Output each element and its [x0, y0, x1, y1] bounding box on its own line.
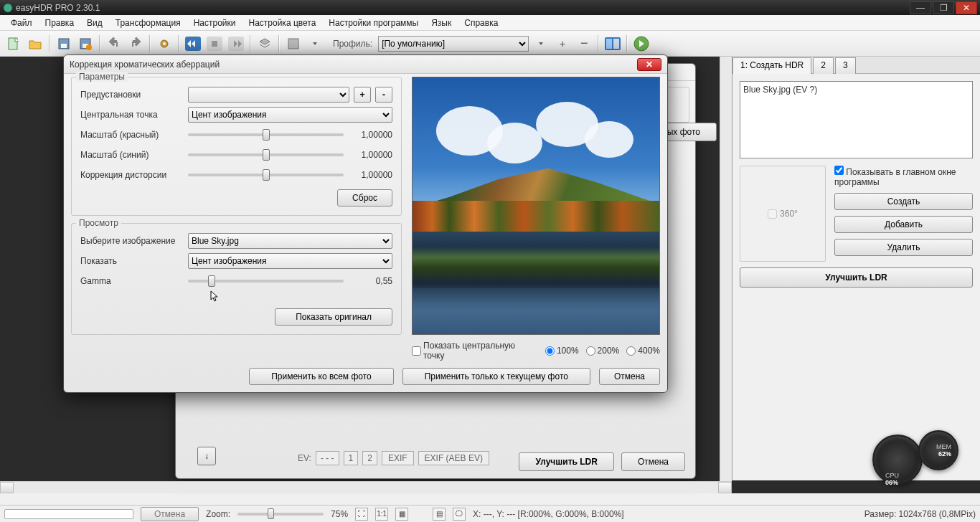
- deg360-box: 360°: [740, 166, 826, 262]
- menu-settings[interactable]: Настройки: [187, 16, 242, 30]
- maximize-button[interactable]: ❐: [933, 1, 954, 14]
- tab-create-hdr[interactable]: 1: Создать HDR: [732, 57, 811, 74]
- preset-remove-button[interactable]: -: [375, 87, 392, 103]
- show-select[interactable]: Цент изображения: [188, 253, 392, 269]
- apply-current-button[interactable]: Применить только к текущему фото: [402, 368, 590, 385]
- toolbar: Профиль: [По умолчанию] + −: [0, 31, 980, 57]
- exif-aeb-button[interactable]: EXIF (AEB EV): [418, 451, 489, 465]
- gamma-slider[interactable]: [188, 280, 344, 283]
- performance-gauge: MEM 62% CPU 06%: [872, 430, 958, 486]
- delete-button[interactable]: Удалить: [834, 239, 973, 256]
- tab-3[interactable]: 3: [835, 57, 856, 74]
- zoom-label: Zoom:: [206, 509, 230, 519]
- menu-language[interactable]: Язык: [425, 16, 458, 30]
- menu-view[interactable]: Вид: [80, 16, 109, 30]
- gear-icon[interactable]: [155, 34, 174, 53]
- menu-edit[interactable]: Правка: [39, 16, 81, 30]
- status-cancel-button[interactable]: Отмена: [141, 507, 199, 521]
- redo-icon[interactable]: [126, 34, 145, 53]
- add-small-icon[interactable]: +: [553, 34, 572, 53]
- bg-improve-button[interactable]: Улучшить LDR: [519, 452, 613, 471]
- show-center-checkbox-label[interactable]: Показать центральную точку: [412, 341, 538, 361]
- progress-bar: [4, 509, 133, 519]
- cursor-icon: [209, 290, 220, 303]
- file-list[interactable]: Blue Sky.jpg (EV ?): [740, 81, 973, 158]
- center-select[interactable]: Цент изображения: [188, 107, 392, 123]
- dialog-title: Коррекция хроматических аберраций: [70, 60, 637, 70]
- menu-help[interactable]: Справка: [458, 16, 504, 30]
- dialog-close-button[interactable]: ✕: [637, 58, 661, 71]
- presets-select[interactable]: [188, 87, 349, 103]
- list-item[interactable]: Blue Sky.jpg (EV ?): [743, 85, 969, 95]
- app-title: easyHDR PRO 2.30.1: [13, 3, 908, 13]
- app-icon: [3, 3, 13, 13]
- go-icon[interactable]: [632, 34, 651, 53]
- apply-all-button[interactable]: Применить ко всем фото: [249, 368, 394, 385]
- save-icon[interactable]: [55, 34, 73, 53]
- svg-rect-13: [288, 39, 298, 49]
- save2-icon[interactable]: [284, 34, 303, 53]
- exif-button[interactable]: EXIF: [382, 451, 414, 465]
- image-select[interactable]: Blue Sky.jpg: [188, 233, 392, 249]
- zoom-slider[interactable]: [237, 513, 324, 516]
- distortion-slider[interactable]: [188, 174, 344, 176]
- dropdown-small-icon[interactable]: [306, 34, 324, 53]
- profile-dropdown-icon[interactable]: [532, 34, 550, 53]
- scale-blue-slider[interactable]: [188, 153, 344, 156]
- create-button[interactable]: Создать: [834, 193, 973, 210]
- show-main-checkbox-label[interactable]: Показывать в главном окне программы: [834, 166, 973, 187]
- menu-color[interactable]: Настройка цвета: [242, 16, 322, 30]
- reset-button[interactable]: Сброс: [337, 189, 392, 207]
- layers-icon[interactable]: [255, 34, 274, 53]
- undo-icon[interactable]: [105, 34, 123, 53]
- scale-red-slider[interactable]: [188, 133, 344, 136]
- remove-small-icon[interactable]: −: [575, 34, 593, 53]
- deg360-checkbox[interactable]: [768, 209, 777, 219]
- svg-point-0: [4, 4, 12, 12]
- svg-rect-15: [606, 39, 612, 49]
- actual-icon[interactable]: 1:1: [375, 508, 388, 521]
- vertical-scrollbar[interactable]: [720, 57, 732, 481]
- panel-icon[interactable]: [603, 34, 622, 53]
- show-main-checkbox[interactable]: [834, 166, 844, 175]
- preview-group: Просмотр Выберите изображение Blue Sky.j…: [71, 223, 402, 335]
- add-button[interactable]: Добавить: [834, 216, 973, 233]
- parameters-group: Параметры Предустановки + - Центральная …: [71, 77, 402, 216]
- next-icon[interactable]: [227, 34, 245, 53]
- save-as-icon[interactable]: [76, 34, 95, 53]
- preset-add-button[interactable]: +: [354, 87, 371, 103]
- profile-select[interactable]: [По умолчанию]: [378, 36, 529, 52]
- fit-icon[interactable]: ⛶: [355, 508, 368, 521]
- close-window-button[interactable]: ✕: [956, 1, 977, 14]
- svg-point-8: [163, 42, 166, 45]
- profile-label: Профиль:: [333, 39, 372, 49]
- arrow-down-icon[interactable]: ↓: [197, 447, 216, 465]
- coords-readout: X: ---, Y: --- [R:000%, G:000%, B:000%]: [473, 509, 624, 519]
- menu-transform[interactable]: Трансформация: [109, 16, 187, 30]
- zoom-400-radio[interactable]: 400%: [626, 346, 660, 356]
- grid-icon[interactable]: ▦: [395, 508, 408, 521]
- menu-file[interactable]: Файл: [4, 16, 39, 30]
- chromatic-aberration-dialog: Коррекция хроматических аберраций ✕ Пара…: [63, 54, 668, 393]
- prev-icon[interactable]: [184, 34, 202, 53]
- show-original-button[interactable]: Показать оригинал: [275, 308, 392, 326]
- new-icon[interactable]: [4, 34, 23, 53]
- svg-rect-11: [212, 41, 217, 47]
- show-center-checkbox[interactable]: [412, 346, 421, 356]
- histogram-icon[interactable]: ▤: [433, 508, 446, 521]
- open-icon[interactable]: [26, 34, 44, 53]
- minimize-button[interactable]: —: [910, 1, 931, 14]
- stop-icon[interactable]: [205, 34, 224, 53]
- zoom-200-radio[interactable]: 200%: [586, 346, 620, 356]
- bg-cancel-button[interactable]: Отмена: [621, 452, 685, 471]
- menu-program[interactable]: Настройки программы: [322, 16, 425, 30]
- preview-image: [412, 77, 660, 335]
- improve-ldr-button[interactable]: Улучшить LDR: [740, 267, 973, 288]
- horizontal-scrollbar[interactable]: [0, 481, 732, 493]
- zoom-100-radio[interactable]: 100%: [545, 346, 579, 356]
- cancel-button[interactable]: Отмена: [599, 368, 660, 385]
- svg-rect-3: [61, 44, 67, 48]
- svg-point-6: [86, 44, 92, 50]
- monitor-icon[interactable]: 🖵: [453, 508, 466, 521]
- tab-2[interactable]: 2: [813, 57, 834, 74]
